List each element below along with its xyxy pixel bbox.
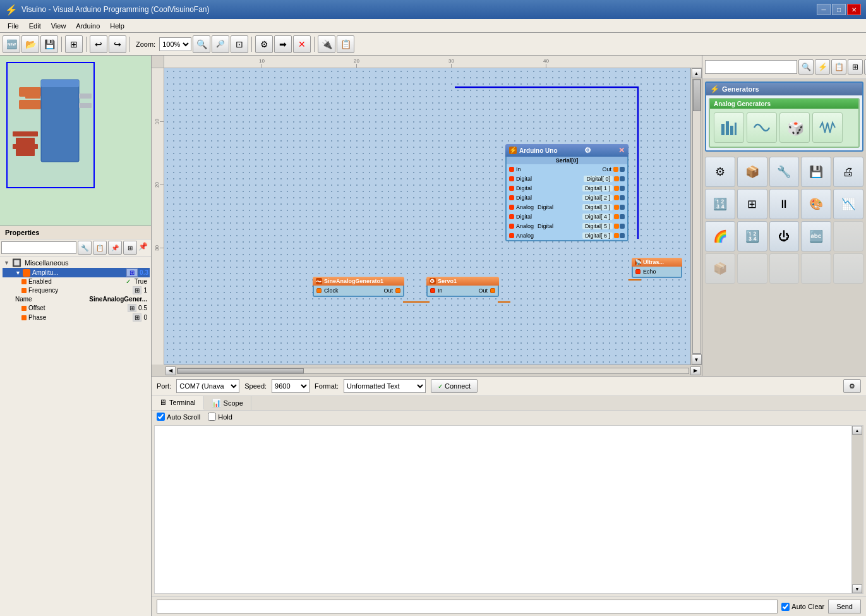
d0-in-pin[interactable] bbox=[509, 176, 514, 181]
right-search-input[interactable] bbox=[705, 60, 797, 74]
prop-row-frequency[interactable]: Frequency ⊞ 1 bbox=[3, 286, 150, 295]
prop-btn-1[interactable]: 🔧 bbox=[78, 241, 92, 255]
comp-btn-wrench[interactable]: 🔧 bbox=[769, 157, 800, 187]
d0-extra-pin[interactable] bbox=[620, 176, 625, 181]
board-button[interactable]: 🔌 bbox=[318, 35, 335, 53]
sine-out-pin[interactable] bbox=[395, 288, 400, 293]
comp-btn-empty1[interactable] bbox=[833, 221, 863, 251]
d3-extra-pin[interactable] bbox=[620, 205, 625, 210]
d1-extra-pin[interactable] bbox=[620, 186, 625, 191]
hscroll-track[interactable] bbox=[177, 368, 689, 374]
arduino-close-icon[interactable]: ✕ bbox=[618, 146, 625, 155]
comp-btn-print[interactable]: 🖨 bbox=[833, 157, 863, 187]
send-input[interactable] bbox=[157, 600, 778, 613]
auto-clear-checkbox[interactable]: Auto Clear bbox=[781, 603, 824, 611]
tab-scope[interactable]: 📊 Scope bbox=[204, 396, 251, 410]
sine-clock-pin[interactable] bbox=[316, 288, 322, 293]
tree-item-amplitude[interactable]: ▼ Amplitu... ⊞ 0.3 bbox=[3, 268, 150, 277]
d2-extra-pin[interactable] bbox=[620, 195, 625, 200]
d3-out-pin[interactable] bbox=[614, 205, 619, 210]
comp-btn-grid[interactable]: ⊞ bbox=[737, 189, 767, 219]
comp-btn-save[interactable]: 💾 bbox=[801, 157, 831, 187]
comp-btn-color[interactable]: 🎨 bbox=[801, 189, 831, 219]
servo-in-pin[interactable] bbox=[430, 288, 435, 293]
ultrasonic-block[interactable]: 📡 Ultras... Echo bbox=[632, 258, 682, 278]
arduino-serial-detail-pin[interactable] bbox=[620, 167, 625, 172]
vscroll-track[interactable] bbox=[692, 79, 701, 354]
close-button[interactable]: ✕ bbox=[847, 4, 861, 15]
d5-in-pin[interactable] bbox=[509, 224, 514, 229]
zoom-out-glass[interactable]: 🔎 bbox=[212, 35, 229, 53]
gen-icon-random[interactable]: 🎲 bbox=[779, 112, 810, 143]
prop-row-name[interactable]: Name SineAnalogGener... bbox=[3, 295, 150, 303]
gen-icon-wave[interactable] bbox=[812, 112, 843, 143]
prop-btn-2[interactable]: 📋 bbox=[93, 241, 107, 255]
open-button[interactable]: 📂 bbox=[21, 35, 39, 53]
format-select[interactable]: Unformatted Text bbox=[344, 379, 426, 393]
zoom-in-glass[interactable]: 🔍 bbox=[193, 35, 210, 53]
vscroll-down[interactable]: ▼ bbox=[692, 354, 702, 365]
send-button[interactable]: Send bbox=[828, 600, 861, 613]
properties-tab[interactable]: Properties bbox=[5, 229, 39, 236]
gen-icon-bar[interactable] bbox=[714, 112, 744, 143]
new-button[interactable]: 🆕 bbox=[3, 35, 20, 53]
upload-button[interactable]: ➡ bbox=[274, 35, 292, 53]
right-tb-1[interactable]: 🔍 bbox=[798, 59, 814, 75]
arduino-settings-icon[interactable]: ⚙ bbox=[584, 146, 591, 155]
delete-button[interactable]: ✕ bbox=[293, 35, 311, 53]
undo-button[interactable]: ↩ bbox=[90, 35, 107, 53]
hold-check[interactable] bbox=[208, 413, 216, 421]
connect-button[interactable]: ✓ Connect bbox=[431, 379, 478, 393]
minimize-button[interactable]: ─ bbox=[817, 4, 831, 15]
prop-btn-4[interactable]: ⊞ bbox=[123, 241, 137, 255]
d6-in-pin[interactable] bbox=[509, 233, 514, 238]
speed-select[interactable]: 9600 115200 bbox=[272, 379, 310, 393]
d6-out-pin[interactable] bbox=[614, 233, 619, 238]
prop-row-offset[interactable]: Offset ⊞ 0.5 bbox=[3, 303, 150, 313]
maximize-button[interactable]: □ bbox=[832, 4, 846, 15]
hold-checkbox[interactable]: Hold bbox=[208, 413, 232, 421]
d6-extra-pin[interactable] bbox=[620, 233, 625, 238]
menu-arduino[interactable]: Arduino bbox=[71, 21, 105, 31]
right-tb-3[interactable]: 📋 bbox=[831, 59, 846, 75]
d4-out-pin[interactable] bbox=[614, 214, 619, 219]
right-tb-2[interactable]: ⚡ bbox=[815, 59, 830, 75]
term-scroll-up[interactable]: ▲ bbox=[852, 426, 862, 435]
comp-btn-123[interactable]: 🔢 bbox=[737, 221, 767, 251]
prop-row-phase[interactable]: Phase ⊞ 0 bbox=[3, 313, 150, 322]
d2-out-pin[interactable] bbox=[614, 195, 619, 200]
comp-btn-faded5[interactable] bbox=[833, 253, 863, 284]
comp-btn-faded4[interactable] bbox=[801, 253, 831, 284]
ultra-echo-pin[interactable] bbox=[635, 269, 640, 274]
prop-btn-3[interactable]: 📌 bbox=[108, 241, 122, 255]
comp-btn-gear[interactable]: ⚙ bbox=[705, 157, 735, 187]
d1-out-pin[interactable] bbox=[614, 186, 619, 191]
settings-btn[interactable]: ⚙ bbox=[843, 379, 861, 393]
right-tb-4[interactable]: ⊞ bbox=[848, 59, 863, 75]
tab-terminal[interactable]: 🖥 Terminal bbox=[152, 396, 204, 410]
auto-clear-check[interactable] bbox=[781, 603, 790, 611]
d1-in-pin[interactable] bbox=[509, 186, 514, 191]
comp-btn-faded2[interactable] bbox=[737, 253, 767, 284]
sine-block[interactable]: 〜 SineAnalogGenerato1 Clock Out bbox=[313, 277, 404, 297]
vscroll-up[interactable]: ▲ bbox=[692, 68, 702, 78]
comp-btn-text[interactable]: 🔤 bbox=[801, 221, 831, 251]
arduino-serial-out-pin[interactable] bbox=[613, 167, 618, 172]
hscroll[interactable]: ◀ ▶ bbox=[164, 365, 702, 376]
d3-in-pin[interactable] bbox=[509, 205, 514, 210]
menu-edit[interactable]: Edit bbox=[24, 21, 46, 31]
comp-btn-faded1[interactable]: 📦 bbox=[705, 253, 735, 284]
menu-file[interactable]: File bbox=[3, 21, 24, 31]
properties-search[interactable] bbox=[1, 241, 76, 254]
menu-view[interactable]: View bbox=[46, 21, 71, 31]
hscroll-thumb[interactable] bbox=[177, 368, 304, 373]
zoom-select[interactable]: 100% 50% 75% 125% 150% 200% bbox=[159, 37, 191, 51]
servo-out-pin[interactable] bbox=[490, 288, 495, 293]
comp-btn-faded3[interactable] bbox=[769, 253, 800, 284]
d2-in-pin[interactable] bbox=[509, 195, 514, 200]
gen-icon-sine[interactable] bbox=[747, 112, 777, 143]
tree-group-misc-header[interactable]: ▼ 🔲 Miscellaneous bbox=[3, 258, 150, 268]
redo-button[interactable]: ↪ bbox=[109, 35, 126, 53]
comp-btn-rainbow[interactable]: 🌈 bbox=[705, 221, 735, 251]
comp-btn-power[interactable]: ⏻ bbox=[769, 221, 800, 251]
